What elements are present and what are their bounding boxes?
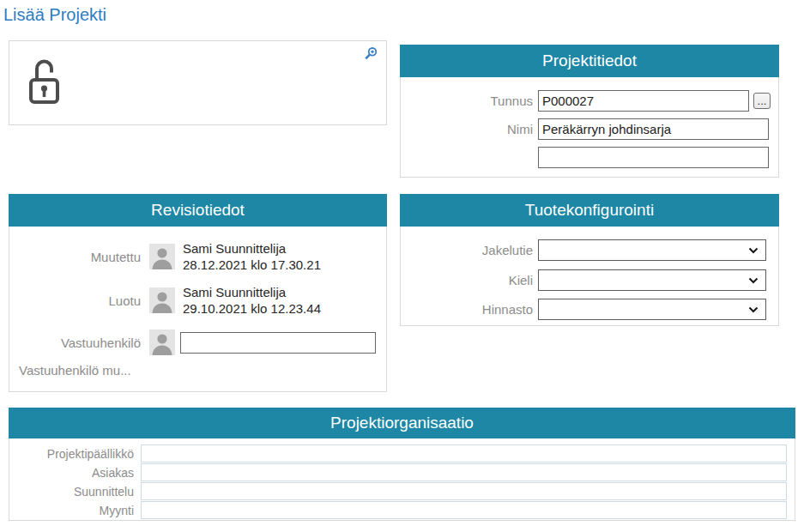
field-row-jakelutie: Jakelutie: [401, 239, 778, 261]
projektiorganisaatio-header: Projektiorganisaatio: [9, 408, 795, 438]
jakelutie-select[interactable]: [538, 239, 766, 261]
muutettu-user: Sami Suunnittelija: [183, 241, 286, 256]
muutettu-value: Sami Suunnittelija 28.12.2021 klo 17.30.…: [183, 240, 321, 273]
zoom-in-icon[interactable]: [364, 46, 378, 64]
add-project-page: Lisää Projekti Projektitiedot Tunnus: [0, 0, 810, 532]
tuotekonfigurointi-header: Tuotekonfigurointi: [400, 194, 779, 227]
suunnittelu-label: Suunnittelu: [9, 485, 141, 499]
chevron-down-icon: [748, 277, 759, 284]
revisiotiedot-panel: Revisiotiedot Muutettu Sami Suunnittelij…: [9, 194, 387, 392]
chevron-down-icon: [748, 306, 759, 313]
vastuuhenkilo-input[interactable]: [180, 332, 376, 354]
org-row-suunnittelu: Suunnittelu: [9, 482, 795, 500]
projektipaallikko-field[interactable]: [141, 444, 787, 462]
nimi-label: Nimi: [401, 122, 538, 136]
luotu-label: Luotu: [9, 293, 141, 308]
luotu-datetime: 29.10.2021 klo 12.23.44: [183, 301, 321, 316]
field-row-nimi: Nimi: [401, 118, 778, 140]
hinnasto-label: Hinnasto: [401, 302, 538, 317]
muutettu-label: Muutettu: [9, 250, 141, 264]
luotu-value: Sami Suunnittelija 29.10.2021 klo 12.23.…: [183, 284, 321, 317]
tuotekonfigurointi-panel: Tuotekonfigurointi Jakelutie Kieli Hinna…: [400, 194, 779, 326]
rev-row-vastuuhenkilo: Vastuuhenkilö: [9, 329, 386, 356]
field-row-tunnus: Tunnus ...: [401, 90, 778, 112]
extra-input[interactable]: [538, 147, 769, 168]
nimi-input[interactable]: [538, 118, 769, 140]
rev-row-muutettu: Muutettu Sami Suunnittelija 28.12.2021 k…: [9, 240, 386, 273]
person-icon: [149, 287, 175, 313]
tunnus-browse-button[interactable]: ...: [753, 93, 771, 109]
rev-row-luotu: Luotu Sami Suunnittelija 29.10.2021 klo …: [9, 284, 386, 317]
page-title: Lisää Projekti: [3, 5, 106, 25]
jakelutie-label: Jakelutie: [401, 243, 538, 257]
projektitiedot-header: Projektitiedot: [400, 45, 779, 77]
asiakas-field[interactable]: [141, 463, 787, 481]
field-row-hinnasto: Hinnasto: [401, 299, 778, 320]
preview-box[interactable]: [9, 40, 387, 125]
person-icon: [149, 329, 175, 355]
asiakas-label: Asiakas: [9, 466, 141, 480]
myynti-label: Myynti: [9, 504, 141, 517]
tunnus-label: Tunnus: [401, 94, 538, 108]
person-icon: [149, 244, 175, 269]
unlocked-padlock-icon: [27, 57, 61, 110]
field-row-extra: [401, 147, 778, 168]
revisiotiedot-header: Revisiotiedot: [9, 194, 387, 227]
suunnittelu-field[interactable]: [141, 482, 787, 500]
org-row-asiakas: Asiakas: [9, 463, 795, 481]
vastuuhenkilo-muutettu-label: Vastuuhenkilö mu...: [19, 363, 131, 378]
hinnasto-select[interactable]: [538, 299, 766, 320]
kieli-label: Kieli: [401, 273, 538, 287]
myynti-field[interactable]: [141, 501, 787, 519]
org-row-projektipaallikko: Projektipäällikkö: [9, 444, 795, 462]
tunnus-input[interactable]: [538, 90, 749, 112]
org-row-myynti: Myynti: [9, 501, 795, 519]
luotu-user: Sami Suunnittelija: [183, 285, 286, 299]
projektitiedot-panel: Projektitiedot Tunnus ... Nimi: [400, 45, 779, 178]
chevron-down-icon: [748, 247, 759, 254]
muutettu-datetime: 28.12.2021 klo 17.30.21: [183, 257, 321, 272]
projektiorganisaatio-panel: Projektiorganisaatio Projektipäällikkö A…: [9, 408, 795, 521]
projektipaallikko-label: Projektipäällikkö: [9, 447, 141, 461]
field-row-kieli: Kieli: [401, 269, 778, 291]
kieli-select[interactable]: [538, 269, 766, 291]
vastuuhenkilo-label: Vastuuhenkilö: [9, 336, 141, 350]
